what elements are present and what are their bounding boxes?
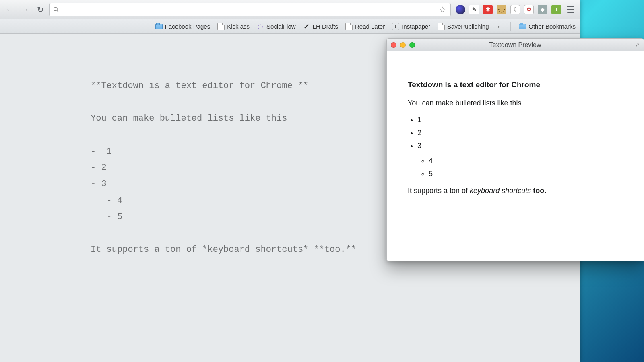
separator: [510, 22, 511, 31]
bookmark-item[interactable]: SavePublishing: [438, 23, 489, 30]
bookmark-item[interactable]: ✓ LH Drafts: [303, 23, 338, 30]
folder-icon: [519, 24, 526, 29]
chrome-menu-button[interactable]: [565, 4, 576, 15]
star-icon[interactable]: ☆: [439, 5, 446, 14]
instapaper-icon: I: [392, 23, 399, 30]
arrow-left-icon: ←: [6, 5, 14, 14]
bookmark-label: SocialFlow: [266, 23, 296, 30]
bookmark-item[interactable]: Facebook Pages: [155, 23, 211, 30]
extension-icon[interactable]: ✎: [469, 5, 479, 14]
preview-body: Textdown is a text editor for Chrome You…: [387, 51, 644, 214]
preview-paragraph: It supports a ton of keyboard shortcuts …: [408, 185, 623, 197]
extension-icon[interactable]: ⇩: [510, 5, 520, 14]
markdown-editor[interactable]: **Textdown is a text editor for Chrome *…: [91, 78, 356, 258]
bookmark-label: Instapaper: [402, 23, 430, 30]
reload-icon: ↻: [37, 5, 44, 14]
extension-icon[interactable]: ◆: [538, 5, 547, 14]
arrow-right-icon: →: [21, 5, 29, 14]
preview-window-title: Textdown Preview: [387, 41, 644, 49]
preview-window: Textdown Preview ⤢ Textdown is a text ed…: [386, 38, 644, 261]
bookmark-label: Read Later: [355, 23, 385, 30]
preview-paragraph: You can make bulleted lists like this: [408, 98, 623, 109]
bookmark-label: Facebook Pages: [165, 23, 211, 30]
list-item: 2: [417, 128, 623, 139]
socialflow-icon: ◌: [257, 23, 264, 30]
extension-icon[interactable]: ✿: [524, 5, 534, 14]
preview-heading: Textdown is a text editor for Chrome: [408, 79, 623, 90]
list-item: 5: [429, 169, 623, 180]
draft-icon: ✓: [303, 23, 310, 30]
page-icon: [345, 23, 353, 30]
other-bookmarks[interactable]: Other Bookmarks: [519, 23, 576, 30]
bookmark-label: LH Drafts: [313, 23, 338, 30]
browser-toolbar: ← → ↻ ⚲ ☆ ✎ ✱ •‿• ⇩ ✿ ◆ i: [0, 0, 580, 19]
extension-icon[interactable]: •‿•: [497, 5, 506, 14]
bookmark-item[interactable]: ◌ SocialFlow: [257, 23, 296, 30]
extension-icon[interactable]: ✱: [483, 5, 493, 14]
extension-icon[interactable]: i: [551, 5, 561, 14]
bookmark-item[interactable]: Kick ass: [217, 23, 250, 30]
extensions-strip: ✎ ✱ •‿• ⇩ ✿ ◆ i: [453, 4, 576, 15]
list-item: 4: [429, 156, 623, 167]
page-icon: [217, 23, 225, 30]
extension-icon[interactable]: [456, 5, 465, 14]
bookmark-item[interactable]: I Instapaper: [392, 23, 430, 30]
bookmark-label: Kick ass: [227, 23, 250, 30]
other-bookmarks-label: Other Bookmarks: [528, 23, 576, 30]
list-item: 1: [417, 115, 623, 126]
bookmark-label: SavePublishing: [447, 23, 489, 30]
bookmark-item[interactable]: Read Later: [345, 23, 385, 30]
expand-icon[interactable]: ⤢: [635, 42, 640, 48]
preview-titlebar[interactable]: Textdown Preview ⤢: [387, 39, 644, 51]
bookmarks-overflow[interactable]: »: [496, 23, 502, 30]
forward-button[interactable]: →: [19, 3, 31, 16]
folder-icon: [155, 24, 163, 29]
reload-button[interactable]: ↻: [34, 3, 47, 16]
back-button[interactable]: ←: [3, 3, 16, 16]
search-icon: ⚲: [51, 4, 61, 14]
bookmarks-bar: Facebook Pages Kick ass ◌ SocialFlow ✓ L…: [0, 19, 580, 34]
list-item: 3 4 5: [417, 140, 623, 180]
preview-list: 1 2 3 4 5: [417, 115, 623, 179]
page-icon: [438, 23, 445, 30]
address-bar[interactable]: ⚲ ☆: [49, 3, 451, 16]
